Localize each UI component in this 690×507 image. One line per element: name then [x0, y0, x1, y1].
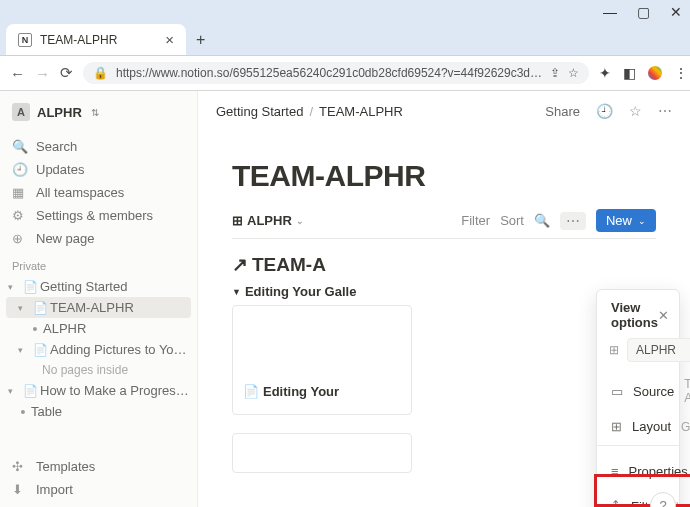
- workspace-switcher[interactable]: A ALPHR ⇅: [6, 99, 191, 125]
- browser-chrome: — ▢ ✕ N TEAM-ALPHR × +: [0, 0, 690, 56]
- breadcrumb[interactable]: Getting Started: [216, 104, 303, 119]
- page-topbar: Getting Started / TEAM-ALPHR Share 🕘 ☆ ⋯: [198, 91, 690, 127]
- option-source[interactable]: ▭SourceTEAM-ALPHR›: [597, 370, 679, 412]
- tab-bar: N TEAM-ALPHR × +: [0, 24, 690, 55]
- view-name-input[interactable]: [627, 338, 690, 362]
- sidebar-templates[interactable]: ✣Templates: [6, 455, 191, 478]
- page-howto[interactable]: ▾📄How to Make a Progres…: [6, 380, 191, 401]
- gallery-row: 📄Editing Your: [232, 305, 656, 415]
- page-icon: 📄: [33, 301, 47, 315]
- bookmark-icon[interactable]: ☆: [568, 66, 579, 80]
- page-team-alphr[interactable]: ▾📄TEAM-ALPHR: [6, 297, 191, 318]
- window-controls: — ▢ ✕: [0, 0, 690, 24]
- gallery-card[interactable]: 📄Editing Your: [232, 305, 412, 415]
- browser-tab[interactable]: N TEAM-ALPHR ×: [6, 24, 186, 55]
- properties-icon: ≡: [611, 464, 619, 479]
- link-icon: ↗: [232, 253, 248, 276]
- url-text: https://www.notion.so/6955125ea56240c291…: [116, 66, 542, 80]
- no-pages-label: No pages inside: [6, 360, 191, 380]
- option-properties[interactable]: ≡Properties2 shown›: [597, 450, 679, 492]
- sidebar-trash[interactable]: 🗑Trash: [6, 501, 191, 507]
- close-icon[interactable]: ×: [165, 31, 174, 48]
- share-url-icon[interactable]: ⇪: [550, 66, 560, 80]
- gallery-icon: ⊞: [609, 343, 619, 357]
- sort-button[interactable]: Sort: [500, 213, 524, 228]
- bullet-icon: •: [30, 322, 40, 336]
- sidebar-updates[interactable]: 🕘Updates: [6, 158, 191, 181]
- private-section-label: Private: [6, 250, 191, 276]
- sidebar: A ALPHR ⇅ 🔍Search 🕘Updates ▦All teamspac…: [0, 91, 198, 507]
- window-maximize[interactable]: ▢: [637, 4, 650, 20]
- gallery-card[interactable]: [232, 433, 412, 473]
- separator: [597, 445, 679, 446]
- database-view-tab[interactable]: ⊞ ALPHR ⌄: [232, 213, 304, 228]
- database-header: ⊞ ALPHR ⌄ Filter Sort 🔍 ⋯ New⌄: [232, 209, 656, 239]
- page-icon: 📄: [33, 343, 47, 357]
- notion-favicon: N: [18, 33, 32, 47]
- clock-icon: 🕘: [12, 162, 28, 177]
- plus-circle-icon: ⊕: [12, 231, 28, 246]
- database-title[interactable]: ↗TEAM-A: [232, 253, 656, 276]
- option-layout[interactable]: ⊞LayoutGallery›: [597, 412, 679, 441]
- gallery-row: [232, 433, 656, 473]
- extensions-icon[interactable]: ✦: [599, 65, 611, 81]
- workspace-avatar: A: [12, 103, 30, 121]
- view-options-title: View options: [611, 300, 658, 330]
- source-icon: ▭: [611, 384, 623, 399]
- chevron-down-icon[interactable]: ▾: [8, 282, 20, 292]
- card-title: 📄Editing Your: [233, 306, 411, 399]
- sidebar-settings[interactable]: ⚙Settings & members: [6, 204, 191, 227]
- forward-button[interactable]: →: [35, 65, 50, 82]
- chevron-down-icon[interactable]: ▼: [232, 287, 241, 297]
- breadcrumb-separator: /: [309, 104, 313, 119]
- page-alphr[interactable]: •ALPHR: [6, 318, 191, 339]
- view-options-button[interactable]: ⋯: [560, 212, 586, 230]
- templates-icon: ✣: [12, 459, 28, 474]
- chevron-down-icon[interactable]: ▾: [18, 345, 30, 355]
- page-getting-started[interactable]: ▾📄Getting Started: [6, 276, 191, 297]
- url-field[interactable]: 🔒 https://www.notion.so/6955125ea56240c2…: [83, 62, 589, 84]
- sidebar-teamspaces[interactable]: ▦All teamspaces: [6, 181, 191, 204]
- window-minimize[interactable]: —: [603, 4, 617, 20]
- gear-icon: ⚙: [12, 208, 28, 223]
- chevron-down-icon[interactable]: ⌄: [638, 216, 646, 226]
- chevron-down-icon: ⌄: [296, 216, 304, 226]
- chevron-down-icon[interactable]: ▾: [18, 303, 30, 313]
- chevron-down-icon[interactable]: ▾: [8, 386, 20, 396]
- group-header[interactable]: ▼Editing Your Galle: [232, 284, 656, 299]
- page-icon: 📄: [23, 280, 37, 294]
- page-table[interactable]: •Table: [6, 401, 191, 422]
- search-icon: 🔍: [12, 139, 28, 154]
- updates-icon[interactable]: 🕘: [596, 103, 613, 119]
- chrome-menu-icon[interactable]: ⋮: [674, 65, 688, 81]
- chevron-updown-icon: ⇅: [91, 107, 99, 118]
- chrome-extensions: ✦ ◧ ⋮: [599, 65, 688, 81]
- view-options-header: View options ✕: [597, 300, 679, 338]
- lock-icon: 🔒: [93, 66, 108, 80]
- import-icon: ⬇: [12, 482, 28, 497]
- address-bar: ← → ⟳ 🔒 https://www.notion.so/6955125ea5…: [0, 56, 690, 91]
- close-icon[interactable]: ✕: [658, 308, 669, 323]
- favorite-icon[interactable]: ☆: [629, 103, 642, 119]
- page-icon: 📄: [23, 384, 37, 398]
- breadcrumb[interactable]: TEAM-ALPHR: [319, 104, 403, 119]
- page-adding-pictures[interactable]: ▾📄Adding Pictures to Yo…: [6, 339, 191, 360]
- new-button[interactable]: New⌄: [596, 209, 656, 232]
- sidebar-newpage[interactable]: ⊕New page: [6, 227, 191, 250]
- sidebar-search[interactable]: 🔍Search: [6, 135, 191, 158]
- more-icon[interactable]: ⋯: [658, 103, 672, 119]
- app-icon[interactable]: ◧: [623, 65, 636, 81]
- view-options-panel: View options ✕ ⊞ ▭SourceTEAM-ALPHR› ⊞Lay…: [596, 289, 680, 507]
- profile-icon[interactable]: [648, 66, 662, 80]
- filter-button[interactable]: Filter: [461, 213, 490, 228]
- window-close[interactable]: ✕: [670, 4, 682, 20]
- sidebar-import[interactable]: ⬇Import: [6, 478, 191, 501]
- bullet-icon: •: [18, 405, 28, 419]
- page-title[interactable]: TEAM-ALPHR: [232, 159, 656, 193]
- reload-button[interactable]: ⟳: [60, 64, 73, 82]
- back-button[interactable]: ←: [10, 65, 25, 82]
- view-name-row: ⊞: [597, 338, 679, 370]
- search-icon[interactable]: 🔍: [534, 213, 550, 228]
- share-button[interactable]: Share: [545, 104, 580, 119]
- new-tab-button[interactable]: +: [186, 25, 215, 55]
